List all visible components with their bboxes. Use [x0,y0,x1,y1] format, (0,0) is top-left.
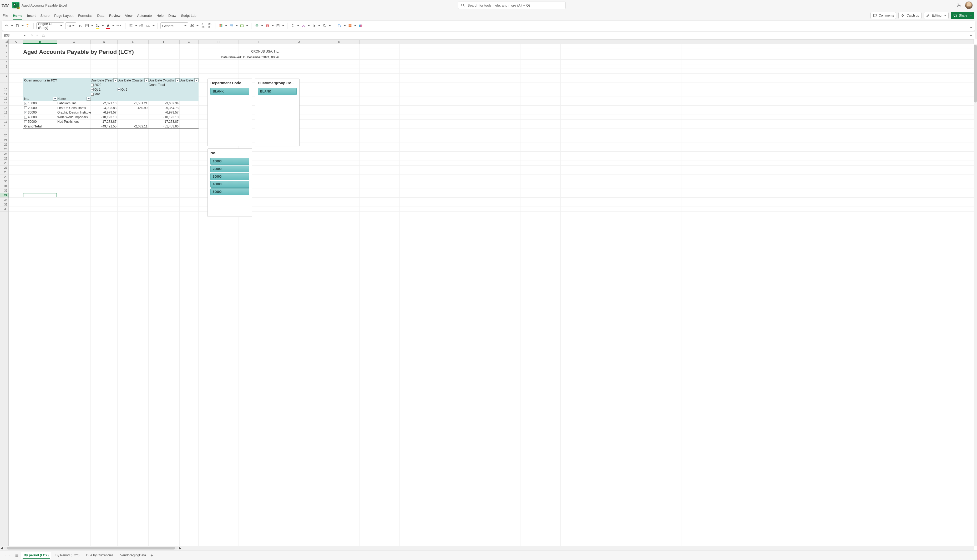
row-header[interactable]: 2 [0,49,8,55]
undo-button[interactable] [4,22,10,29]
accounting-format-button[interactable]: $€ [189,22,195,29]
column-headers[interactable]: ABCDEFGHIJK [9,39,974,44]
column-header[interactable]: K [319,40,359,44]
prev-sheet-icon[interactable]: ‹ [4,553,7,558]
pivot-row-no-value[interactable]: −50000 [24,120,57,124]
pivot-no-filter[interactable] [53,97,57,101]
row-headers[interactable]: 1234567891011121314151617181920212223242… [0,44,9,546]
column-header[interactable]: J [279,40,319,44]
column-header[interactable]: A [9,40,23,44]
fill-color-button[interactable] [95,22,100,29]
row-header[interactable]: 21 [0,138,8,143]
menu-tab-formulas[interactable]: Formulas [78,13,92,19]
row-header[interactable]: 14 [0,106,8,110]
conditional-format-button[interactable] [218,22,224,29]
add-sheet-button[interactable]: ＋ [149,552,155,558]
merge-button[interactable] [145,22,151,29]
slicer-item[interactable]: BLANK [258,88,297,95]
fill-color-dropdown[interactable] [102,25,104,27]
pivot-year-item[interactable]: −2022 [91,83,118,88]
row-header[interactable]: 35 [0,202,8,207]
format-dropdown[interactable] [282,25,284,27]
row-header[interactable]: 5 [0,64,8,69]
addins-button[interactable] [347,22,353,29]
formula-input[interactable] [48,32,967,39]
indent-button[interactable] [139,22,144,29]
paste-button[interactable] [15,22,20,29]
bold-button[interactable]: B [77,22,83,29]
row-header[interactable]: 19 [0,129,8,133]
app-launcher-icon[interactable] [2,2,9,9]
menu-tab-automate[interactable]: Automate [137,13,152,19]
menu-tab-home[interactable]: Home [13,13,22,19]
next-sheet-icon[interactable]: › [7,553,10,558]
align-dropdown[interactable] [135,25,137,27]
row-header[interactable]: 3 [0,55,8,60]
row-header[interactable]: 28 [0,170,8,175]
share-button[interactable]: Share [951,12,974,19]
paste-dropdown[interactable] [21,25,24,27]
row-header[interactable]: 32 [0,188,8,193]
all-sheets-button[interactable] [13,553,21,557]
insert-dropdown[interactable] [261,25,264,27]
pivot-name-filter[interactable] [86,97,91,101]
sheet-tab[interactable]: VendorAgingData [118,552,149,559]
horizontal-scrollbar[interactable]: ◄ ► [0,546,974,550]
row-header[interactable]: 6 [0,69,8,73]
menu-tab-file[interactable]: File [3,13,8,19]
cell-styles-button[interactable] [239,22,245,29]
pivot-qtr2[interactable]: +Qtr2 [118,87,149,92]
sum-dropdown[interactable] [297,25,299,27]
user-avatar[interactable] [965,1,973,9]
slicer-item[interactable]: 40000 [210,181,249,188]
delete-dropdown[interactable] [271,25,274,27]
pivot-row-no-value[interactable]: −10000 [24,101,57,106]
column-header[interactable]: H [199,40,239,44]
row-header[interactable]: 11 [0,92,8,97]
accounting-dropdown[interactable] [196,25,199,27]
column-header[interactable]: D [91,40,118,44]
pivot-row-no-value[interactable]: −20000 [24,106,57,110]
merge-dropdown[interactable] [152,25,155,27]
scroll-left-icon[interactable]: ◄ [0,546,4,550]
pivot-month-mar[interactable]: +Mar [91,92,118,97]
row-header[interactable]: 26 [0,161,8,165]
spreadsheet-grid[interactable]: ABCDEFGHIJK 1234567891011121314151617181… [0,39,977,550]
sort-filter-button[interactable] [311,22,317,29]
pivot-qtr1[interactable]: −Qtr1 [91,87,118,92]
clear-button[interactable] [301,22,306,29]
pivot-quarter-filter[interactable] [144,78,149,82]
expand-formula-bar-icon[interactable] [967,33,975,38]
ft-dropdown[interactable] [235,25,238,27]
autosum-button[interactable]: Σ [290,22,296,29]
row-header[interactable]: 25 [0,157,8,161]
slicer-item[interactable]: 30000 [210,173,249,180]
menu-tab-script-lab[interactable]: Script Lab [181,13,197,19]
settings-gear-icon[interactable] [957,3,961,8]
row-header[interactable]: 13 [0,101,8,106]
row-header[interactable]: 30 [0,179,8,184]
row-header[interactable]: 16 [0,115,8,120]
slicer-item[interactable]: 50000 [210,188,249,195]
row-header[interactable]: 23 [0,147,8,152]
row-header[interactable]: 9 [0,83,8,88]
undo-dropdown[interactable] [11,25,13,27]
decrease-decimal-button[interactable]: .00.0 [207,22,212,29]
font-name-combo[interactable]: Segoe UI (Body) [36,22,64,29]
column-header[interactable]: B [23,40,57,44]
scroll-right-icon[interactable]: ► [178,546,182,550]
menu-tab-view[interactable]: View [125,13,132,19]
menu-tab-data[interactable]: Data [97,13,104,19]
row-header[interactable]: 22 [0,142,8,147]
more-font-button[interactable]: ••• [116,22,122,29]
fx-icon[interactable]: fx [41,33,46,37]
borders-button[interactable] [84,22,90,29]
slicer-item[interactable]: 20000 [210,165,249,172]
format-table-button[interactable] [229,22,234,29]
clear-dropdown[interactable] [307,25,310,27]
menu-tab-help[interactable]: Help [157,13,164,19]
editing-mode-dropdown[interactable]: Editing [924,12,949,19]
increase-decimal-button[interactable]: .0.00 [200,22,205,29]
menu-tab-insert[interactable]: Insert [27,13,36,19]
slicer-no[interactable]: No.1000020000300004000050000 [207,148,252,217]
